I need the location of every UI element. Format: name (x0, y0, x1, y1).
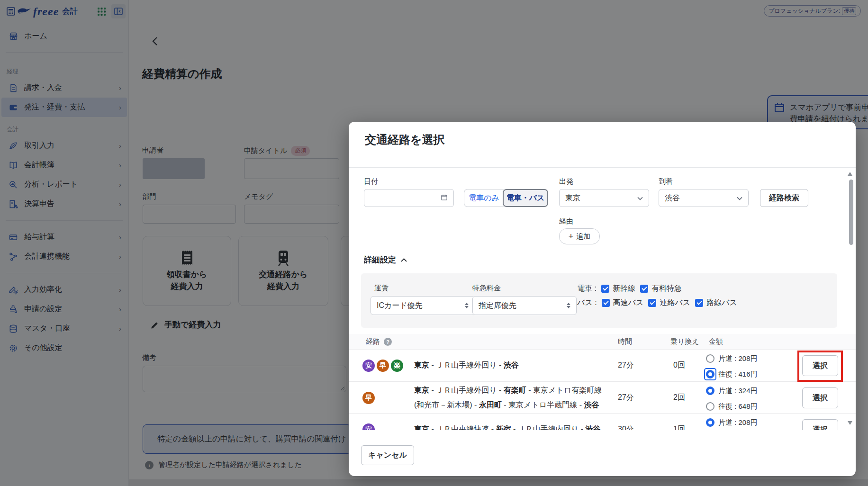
advanced-settings-toggle[interactable]: 詳細設定 (364, 254, 407, 265)
calendar-icon (441, 194, 448, 203)
select-route-button[interactable]: 選択 (802, 387, 838, 408)
radio-selected-icon (706, 370, 714, 378)
checkbox-checked-icon (602, 299, 610, 307)
radio-unselected-icon (706, 354, 714, 363)
checkbox-checked-icon (640, 285, 648, 293)
checkbox-checked-icon (601, 285, 609, 293)
scrollbar-down-arrow[interactable] (848, 421, 852, 425)
fare-label: 運賃 (374, 284, 389, 293)
spinner-arrows-icon (567, 303, 570, 308)
route-badges: 早 (362, 382, 375, 414)
advanced-settings-panel: 運賃 ICカード優先 特急料金 指定席優先 電車 : 新幹線 有料特急 バス :… (361, 273, 837, 328)
train-options-row: 電車 : 新幹線 有料特急 (577, 284, 682, 294)
radio-selected-icon (706, 387, 714, 395)
route-time: 30分 (618, 414, 634, 430)
route-time: 27分 (618, 382, 634, 414)
add-via-button[interactable]: + 追加 (559, 228, 600, 244)
radio-oneway[interactable]: 片道 : 324円 (706, 385, 758, 396)
transport-mode-toggle: 電車のみ 電車・バス (464, 189, 548, 207)
checkbox-paid-express[interactable]: 有料特急 (640, 284, 682, 294)
checkbox-connecting-bus[interactable]: 連絡バス (648, 298, 690, 308)
route-select-modal: 交通経路を選択 日付 電車のみ 電車・バス 出発 東京 到着 渋谷 経 (349, 122, 856, 476)
departure-value: 東京 (565, 193, 580, 203)
express-fare-value: 指定席優先 (479, 301, 516, 311)
express-fare-label: 特急料金 (472, 284, 501, 293)
bus-options-label: バス : (577, 298, 597, 308)
route-time: 27分 (618, 350, 634, 381)
checkbox-local-bus[interactable]: 路線バス (695, 298, 737, 308)
route-transfers: 0回 (673, 350, 685, 381)
route-badges: 安早楽 (362, 350, 403, 381)
route-search-button[interactable]: 経路検索 (760, 189, 808, 207)
route-tag-cheap-icon: 安 (362, 423, 375, 431)
scrollbar-thumb[interactable] (849, 180, 853, 245)
checkbox-checked-icon (695, 299, 703, 307)
plus-icon: + (569, 232, 574, 241)
help-icon[interactable]: ? (384, 338, 392, 346)
date-label: 日付 (364, 177, 378, 186)
route-row-1: 安早楽 東京 - ＪＲ山手線外回り - 渋谷 27分 0回 片道 : 208円 … (349, 350, 856, 381)
radio-roundtrip[interactable]: 往復 : 648円 (706, 401, 758, 412)
route-tag-cheap-icon: 安 (362, 360, 375, 372)
route-tag-easy-icon: 楽 (391, 360, 403, 372)
radio-selected-icon (706, 418, 714, 427)
focus-ring (704, 368, 716, 380)
route-description: 東京 - ＪＲ山手線外回り - 渋谷 (414, 350, 607, 381)
bus-options-row: バス : 高速バス 連絡バス 路線バス (577, 298, 737, 308)
radio-oneway[interactable]: 片道 : 208円 (706, 353, 758, 364)
train-options-label: 電車 : (577, 284, 597, 294)
via-label: 経由 (559, 217, 573, 226)
transfers-column-header: 乗り換え (670, 334, 699, 350)
route-tag-fast-icon: 早 (362, 392, 375, 404)
route-transfers: 1回 (673, 414, 685, 430)
select-route-button[interactable]: 選択 (802, 419, 838, 430)
chevron-up-icon (401, 258, 407, 262)
modal-title: 交通経路を選択 (365, 132, 445, 147)
arrival-label: 到着 (659, 177, 673, 186)
annotation-highlight-box (797, 351, 843, 382)
checkbox-checked-icon (648, 299, 656, 307)
mode-train-only-button[interactable]: 電車のみ (464, 189, 504, 207)
departure-select[interactable]: 東京 (559, 189, 649, 207)
radio-roundtrip[interactable]: 往復 : 416円 (706, 369, 758, 380)
radio-unselected-icon (706, 402, 714, 411)
fare-value: ICカード優先 (377, 301, 423, 311)
arrival-value: 渋谷 (665, 193, 680, 203)
checkbox-highway-bus[interactable]: 高速バス (602, 298, 644, 308)
date-input[interactable] (364, 189, 454, 207)
radio-oneway[interactable]: 片道 : 208円 (706, 417, 758, 428)
checkbox-shinkansen[interactable]: 新幹線 (601, 284, 635, 294)
express-fare-select[interactable]: 指定席優先 (472, 296, 577, 315)
cancel-button[interactable]: キャンセル (361, 445, 414, 465)
arrival-select[interactable]: 渋谷 (659, 189, 749, 207)
modal-body: 日付 電車のみ 電車・バス 出発 東京 到着 渋谷 経路検索 経由 + (349, 168, 856, 430)
route-transfers: 2回 (673, 382, 685, 414)
route-column-header: 経路 (366, 337, 380, 346)
departure-label: 出発 (559, 177, 573, 186)
amount-column-header: 金額 (709, 334, 723, 350)
route-tag-fast-icon: 早 (377, 360, 389, 372)
time-column-header: 時間 (618, 334, 632, 350)
route-table-header: 経路? 時間 乗り換え 金額 (349, 334, 856, 350)
route-badges: 安 (362, 414, 375, 430)
route-row-3: 安 東京 - ＪＲ中央線快速 - 新宿 - ＪＲ山手線内回り - 渋谷 30分 … (349, 413, 856, 430)
route-description: 東京 - ＪＲ中央線快速 - 新宿 - ＪＲ山手線内回り - 渋谷 (414, 414, 607, 430)
fare-select[interactable]: ICカード優先 (371, 296, 475, 315)
chevron-down-icon (737, 194, 742, 202)
mode-train-bus-button[interactable]: 電車・バス (503, 189, 548, 207)
chevron-down-icon (637, 194, 643, 202)
route-row-2: 早 東京 - ＪＲ山手線外回り - 有楽町 - 東京メトロ有楽町線(和光市－新木… (349, 381, 856, 414)
scrollbar-up-arrow[interactable] (848, 172, 852, 176)
spinner-arrows-icon (465, 303, 469, 308)
route-description: 東京 - ＪＲ山手線外回り - 有楽町 - 東京メトロ有楽町線(和光市－新木場)… (414, 382, 607, 414)
